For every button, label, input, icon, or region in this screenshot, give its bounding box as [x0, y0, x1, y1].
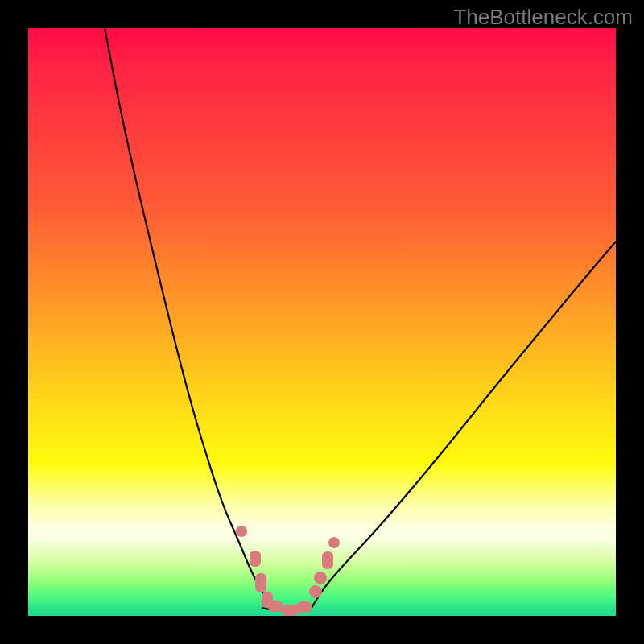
marker-dot: [309, 585, 322, 598]
marker-pill: [250, 551, 261, 567]
marker-pill: [281, 605, 299, 616]
marker-pill: [268, 601, 283, 612]
watermark-text: TheBottleneck.com: [453, 5, 633, 30]
bottleneck-curve: [105, 28, 616, 610]
marker-dot: [328, 537, 340, 548]
plot-area: [28, 28, 616, 616]
curve-right-branch: [312, 242, 616, 608]
chart-outer-frame: TheBottleneck.com: [0, 0, 644, 644]
marker-pill: [322, 551, 333, 569]
chart-svg: [28, 28, 616, 616]
marker-pill: [297, 601, 312, 613]
curve-left-branch: [105, 28, 270, 606]
marker-dot: [236, 526, 247, 537]
marker-pill: [255, 573, 266, 592]
marker-dot: [314, 572, 327, 584]
